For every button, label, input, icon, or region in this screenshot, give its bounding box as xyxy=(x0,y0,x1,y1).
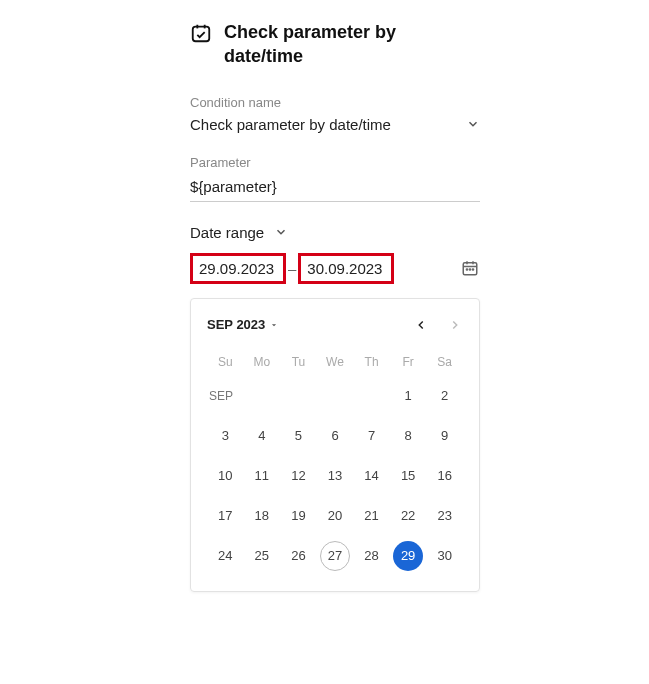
weekday: Sa xyxy=(426,351,463,373)
condition-field: Condition name Check parameter by date/t… xyxy=(190,95,480,133)
calendar-empty xyxy=(353,379,390,413)
calendar-icon-button[interactable] xyxy=(460,258,480,278)
calendar-nav xyxy=(413,317,463,333)
calendar-day[interactable]: 18 xyxy=(244,499,281,533)
calendar-day[interactable]: 21 xyxy=(353,499,390,533)
svg-point-8 xyxy=(469,269,470,270)
range-end-input[interactable] xyxy=(298,253,394,284)
calendar-day[interactable]: 28 xyxy=(353,539,390,573)
calendar-day[interactable]: 17 xyxy=(207,499,244,533)
calendar-empty xyxy=(244,379,281,413)
svg-rect-0 xyxy=(193,27,210,42)
date-range-row: – xyxy=(190,253,480,284)
parameter-label: Parameter xyxy=(190,155,480,170)
calendar-check-icon xyxy=(190,22,212,44)
calendar-day[interactable]: 12 xyxy=(280,459,317,493)
calendar-day[interactable]: 20 xyxy=(317,499,354,533)
weekday: Fr xyxy=(390,351,427,373)
calendar-day[interactable]: 7 xyxy=(353,419,390,453)
range-start-input[interactable] xyxy=(190,253,286,284)
weekday: Tu xyxy=(280,351,317,373)
calendar-day[interactable]: 23 xyxy=(426,499,463,533)
calendar-day[interactable]: 13 xyxy=(317,459,354,493)
calendar-day[interactable]: 30 xyxy=(426,539,463,573)
svg-point-9 xyxy=(472,269,473,270)
calendar-day[interactable]: 6 xyxy=(317,419,354,453)
calendar-day[interactable]: 1 xyxy=(390,379,427,413)
calendar-day[interactable]: 16 xyxy=(426,459,463,493)
calendar-day[interactable]: 14 xyxy=(353,459,390,493)
weekday: Mo xyxy=(244,351,281,373)
calendar-day[interactable]: 24 xyxy=(207,539,244,573)
calendar-popup: SEP 2023 Su Mo Tu We Th Fr Sa SEP1234567… xyxy=(190,298,480,592)
condition-select[interactable]: Check parameter by date/time xyxy=(190,116,480,133)
calendar-month-short: SEP xyxy=(207,379,244,413)
calendar-day[interactable]: 4 xyxy=(244,419,281,453)
calendar-day[interactable]: 10 xyxy=(207,459,244,493)
calendar-weekdays: Su Mo Tu We Th Fr Sa xyxy=(207,351,463,373)
calendar-day[interactable]: 5 xyxy=(280,419,317,453)
calendar-day[interactable]: 25 xyxy=(244,539,281,573)
calendar-empty xyxy=(317,379,354,413)
parameter-input[interactable] xyxy=(190,176,480,202)
header: Check parameter by date/time xyxy=(190,20,480,69)
range-type-select[interactable]: Date range xyxy=(190,224,480,241)
svg-point-7 xyxy=(466,269,467,270)
calendar-day[interactable]: 19 xyxy=(280,499,317,533)
chevron-down-icon xyxy=(466,117,480,131)
weekday: Su xyxy=(207,351,244,373)
parameter-field: Parameter xyxy=(190,155,480,202)
calendar-day[interactable]: 29 xyxy=(390,539,427,573)
calendar-day[interactable]: 11 xyxy=(244,459,281,493)
calendar-month-label: SEP 2023 xyxy=(207,317,265,332)
calendar-next-button[interactable] xyxy=(447,317,463,333)
range-type-label: Date range xyxy=(190,224,264,241)
calendar-header: SEP 2023 xyxy=(207,317,463,333)
calendar-empty xyxy=(280,379,317,413)
range-dash: – xyxy=(288,260,296,277)
weekday: We xyxy=(317,351,354,373)
calendar-prev-button[interactable] xyxy=(413,317,429,333)
calendar-day[interactable]: 9 xyxy=(426,419,463,453)
weekday: Th xyxy=(353,351,390,373)
calendar-month-select[interactable]: SEP 2023 xyxy=(207,317,279,332)
calendar-day[interactable]: 22 xyxy=(390,499,427,533)
calendar-day[interactable]: 8 xyxy=(390,419,427,453)
calendar-day[interactable]: 26 xyxy=(280,539,317,573)
panel: Check parameter by date/time Condition n… xyxy=(190,20,480,592)
calendar-day[interactable]: 2 xyxy=(426,379,463,413)
page-title: Check parameter by date/time xyxy=(224,20,480,69)
calendar-day[interactable]: 15 xyxy=(390,459,427,493)
triangle-down-icon xyxy=(269,320,279,330)
calendar-grid: SEP1234567891011121314151617181920212223… xyxy=(207,379,463,573)
condition-value: Check parameter by date/time xyxy=(190,116,391,133)
chevron-down-icon xyxy=(274,225,288,239)
calendar-day[interactable]: 27 xyxy=(317,539,354,573)
calendar-day[interactable]: 3 xyxy=(207,419,244,453)
condition-label: Condition name xyxy=(190,95,480,110)
